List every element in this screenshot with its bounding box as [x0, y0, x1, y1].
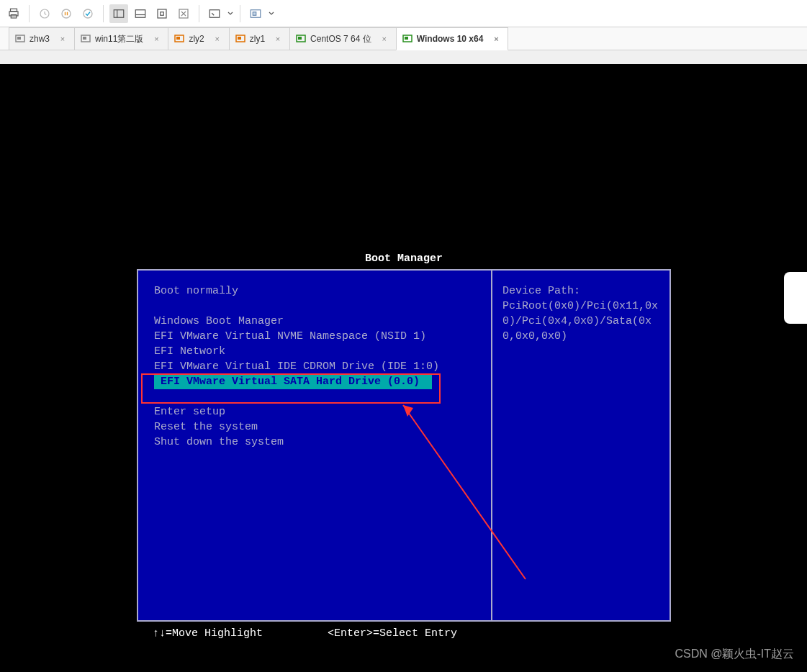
- snapshot-recent-icon[interactable]: [35, 4, 54, 23]
- close-icon[interactable]: ×: [492, 35, 500, 43]
- tab-zly1[interactable]: zly1×: [229, 27, 290, 50]
- svg-point-5: [84, 9, 92, 18]
- fullscreen-dropdown-icon[interactable]: [227, 11, 234, 17]
- bios-body: Boot normally Windows Boot ManagerEFI VM…: [137, 269, 671, 622]
- svg-rect-2: [11, 14, 17, 18]
- tab-win11第二版[interactable]: win11第二版×: [74, 27, 168, 50]
- toolbar: [0, 0, 807, 27]
- vm-icon: [296, 34, 306, 44]
- tab-label: win11第二版: [95, 33, 143, 45]
- vm-icon: [15, 34, 25, 44]
- tabbar: zhw3×win11第二版×zly2×zly1×CentOS 7 64 位×Wi…: [0, 27, 807, 50]
- bios-boot-manager: Boot Manager Boot normally Windows Boot …: [137, 251, 671, 640]
- fullscreen-icon[interactable]: [205, 4, 224, 23]
- bios-menu-item[interactable]: EFI VMware Virtual SATA Hard Drive (0.0): [154, 374, 432, 389]
- close-icon[interactable]: ×: [152, 35, 161, 43]
- bios-menu-item[interactable]: EFI VMware Virtual IDE CDROM Drive (IDE …: [154, 359, 482, 374]
- tab-zly2[interactable]: zly2×: [168, 27, 229, 50]
- svg-rect-27: [405, 37, 408, 40]
- watermark: CSDN @颖火虫-IT赵云: [675, 647, 794, 662]
- svg-rect-8: [135, 9, 145, 17]
- bios-left-panel[interactable]: Boot normally Windows Boot ManagerEFI VM…: [137, 269, 491, 622]
- svg-rect-17: [17, 37, 21, 40]
- snapshot-pause-icon[interactable]: [57, 4, 76, 23]
- svg-rect-10: [158, 9, 166, 18]
- close-icon[interactable]: ×: [58, 35, 67, 43]
- spacer: [154, 389, 482, 404]
- svg-rect-11: [161, 12, 164, 15]
- fit-guest-icon[interactable]: [153, 4, 171, 23]
- svg-rect-6: [114, 9, 124, 17]
- close-icon[interactable]: ×: [380, 35, 389, 43]
- bios-footer: ↑↓=Move Highlight <Enter>=Select Entry: [137, 622, 671, 641]
- svg-rect-13: [209, 9, 220, 17]
- vm-icon: [81, 34, 91, 44]
- tab-label: CentOS 7 64 位: [310, 33, 371, 45]
- stretch-icon[interactable]: [174, 4, 193, 23]
- bios-menu-item[interactable]: Windows Boot Manager: [154, 314, 482, 329]
- vm-console[interactable]: Boot Manager Boot normally Windows Boot …: [0, 64, 807, 672]
- bios-menu-item[interactable]: Reset the system: [154, 419, 482, 435]
- snapshot-manage-icon[interactable]: [78, 4, 97, 23]
- tab-label: zly1: [250, 34, 265, 44]
- svg-rect-21: [176, 37, 180, 40]
- print-icon[interactable]: [4, 4, 23, 23]
- tab-zhw3[interactable]: zhw3×: [9, 27, 75, 50]
- tab-label: zhw3: [30, 34, 50, 44]
- bios-menu-item[interactable]: Shut down the system: [154, 435, 482, 450]
- vm-icon: [402, 34, 412, 44]
- tab-Windows-10-x64[interactable]: Windows 10 x64×: [396, 27, 509, 50]
- bios-menu-item[interactable]: EFI Network: [154, 344, 482, 359]
- footer-enter-hint: <Enter>=Select Entry: [328, 626, 457, 641]
- separator: [103, 5, 104, 22]
- svg-point-4: [62, 9, 71, 18]
- svg-rect-19: [83, 37, 86, 40]
- close-icon[interactable]: ×: [213, 35, 222, 43]
- tab-label: Windows 10 x64: [417, 34, 484, 44]
- separator: [29, 5, 30, 22]
- thumbnail-bar-icon[interactable]: [131, 4, 150, 23]
- separator: [199, 5, 199, 22]
- vm-icon: [235, 34, 245, 44]
- separator: [240, 5, 240, 22]
- close-icon[interactable]: ×: [274, 35, 282, 43]
- bios-menu-item[interactable]: Boot normally: [154, 283, 482, 299]
- show-library-icon[interactable]: [109, 4, 128, 23]
- svg-rect-15: [253, 12, 256, 15]
- spacer: [154, 299, 482, 314]
- vm-icon: [174, 34, 184, 44]
- tab-CentOS-7-64-位[interactable]: CentOS 7 64 位×: [289, 27, 397, 50]
- bios-title: Boot Manager: [137, 251, 671, 266]
- unity-dropdown-icon[interactable]: [268, 11, 275, 17]
- unity-icon[interactable]: [246, 4, 265, 23]
- svg-rect-25: [298, 37, 302, 40]
- device-path-label: Device Path:: [502, 283, 659, 299]
- bios-menu-item[interactable]: Enter setup: [154, 404, 482, 419]
- bios-right-panel: Device Path: PciRoot(0x0)/Pci(0x11,0x0)/…: [491, 269, 671, 622]
- device-path-value: PciRoot(0x0)/Pci(0x11,0x0)/Pci(0x4,0x0)/…: [502, 299, 659, 344]
- bios-menu-item[interactable]: EFI VMware Virtual NVME Namespace (NSID …: [154, 329, 482, 344]
- svg-rect-23: [238, 37, 241, 40]
- footer-move-hint: ↑↓=Move Highlight: [153, 626, 263, 641]
- side-handle[interactable]: [784, 272, 807, 324]
- tab-label: zly2: [189, 34, 204, 44]
